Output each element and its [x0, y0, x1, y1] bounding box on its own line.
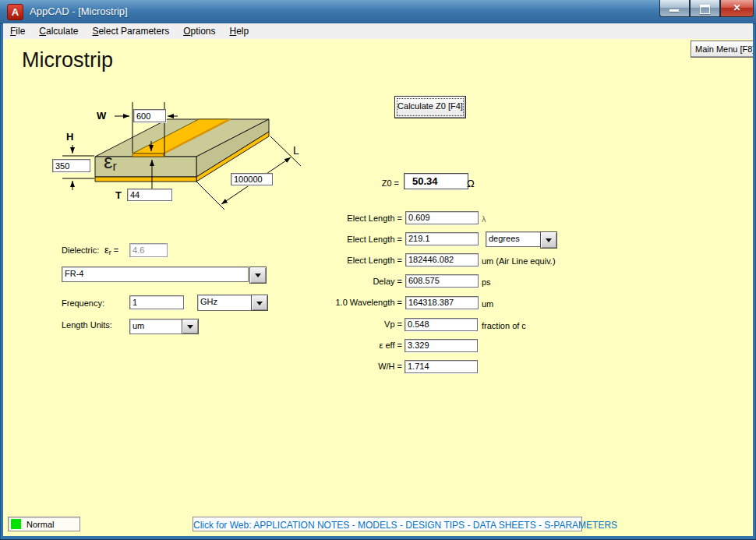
lambda-icon: λ: [482, 214, 486, 224]
dim-label-w: W: [97, 110, 106, 122]
title-bar: A AppCAD - [Microstrip] ✕: [0, 0, 756, 24]
z0-label: Z0 =: [281, 178, 399, 188]
wavelength-value: 164318.387: [405, 296, 479, 309]
app-icon: A: [7, 4, 23, 20]
frequency-unit-dropdown-button[interactable]: [251, 295, 268, 311]
dim-label-t: T: [115, 189, 122, 201]
web-links-text[interactable]: Click for Web: APPLICATION NOTES - MODEL…: [193, 520, 617, 531]
frequency-input[interactable]: [129, 295, 184, 309]
chevron-down-icon: [256, 302, 263, 305]
degrees-dropdown-button[interactable]: [540, 231, 557, 249]
client-area: Microstrip Main Menu [F8]: [3, 39, 753, 536]
w-over-h-value: 1.714: [404, 360, 478, 373]
close-button[interactable]: ✕: [720, 0, 754, 17]
airline-unit: um (Air Line equiv.): [482, 256, 556, 266]
vp-label: Vp =: [281, 319, 402, 329]
vp-value: 0.548: [404, 318, 478, 331]
length-units-label: Length Units:: [62, 320, 112, 330]
epsilon-r-equals: εr =: [104, 244, 118, 256]
app-window: A AppCAD - [Microstrip] ✕ File Calculate…: [0, 0, 756, 540]
w-over-h-label: W/H =: [281, 362, 402, 371]
maximize-button[interactable]: [690, 0, 720, 17]
chevron-down-icon: [546, 238, 552, 242]
height-input[interactable]: [52, 159, 90, 172]
menu-select-parameters[interactable]: Select Parameters: [85, 23, 176, 39]
eps-eff-value: 3.329: [404, 339, 478, 352]
elect-length-airline-value: 182446.082: [405, 253, 479, 266]
delay-value: 608.575: [405, 274, 479, 288]
degrees-dropdown[interactable]: degrees: [486, 231, 543, 247]
minimize-button[interactable]: [659, 0, 690, 17]
close-icon: ✕: [721, 2, 753, 13]
material-dropdown[interactable]: FR-4: [62, 266, 249, 282]
material-dropdown-button[interactable]: [249, 266, 267, 284]
z0-unit-omega: Ω: [467, 178, 475, 189]
status-text: Normal: [26, 520, 54, 529]
web-links-bar[interactable]: Click for Web: APPLICATION NOTES - MODEL…: [193, 517, 582, 531]
chevron-down-icon: [187, 325, 193, 329]
epsilon-r-symbol: εr: [104, 153, 117, 175]
width-input[interactable]: [133, 109, 166, 122]
dim-label-h: H: [66, 131, 73, 143]
er-value-field: 4.6: [129, 243, 168, 257]
frequency-unit-dropdown[interactable]: GHz: [197, 295, 253, 311]
menu-options[interactable]: Options: [176, 23, 222, 39]
menu-file[interactable]: File: [3, 23, 32, 39]
dim-label-l: L: [293, 144, 299, 157]
microstrip-diagram: [3, 39, 753, 536]
frequency-label: Frequency:: [62, 298, 104, 308]
vp-unit: fraction of c: [482, 321, 526, 330]
elect-length-degrees-label: Elect Length =: [281, 235, 402, 244]
maximize-icon: [700, 5, 710, 14]
window-title: AppCAD - [Microstrip]: [30, 5, 128, 17]
thickness-input[interactable]: [127, 189, 172, 201]
delay-label: Delay =: [281, 277, 402, 286]
page-title: Microstrip: [22, 48, 113, 72]
delay-unit: ps: [482, 277, 491, 287]
dielectric-label: Dielectric:: [62, 245, 99, 255]
length-units-dropdown-button[interactable]: [182, 319, 199, 334]
menu-help[interactable]: Help: [223, 23, 256, 39]
wavelength-unit: um: [482, 299, 493, 309]
status-indicator: Normal: [8, 517, 80, 531]
wavelength-label: 1.0 Wavelength =: [281, 298, 402, 307]
elect-length-degrees-value: 219.1: [405, 232, 479, 245]
elect-length-lambda-label: Elect Length =: [281, 214, 402, 223]
elect-length-airline-label: Elect Length =: [281, 256, 402, 265]
length-units-dropdown[interactable]: um: [129, 319, 183, 334]
elect-length-lambda-value: 0.609: [405, 211, 479, 224]
menu-calculate[interactable]: Calculate: [32, 23, 85, 39]
eps-eff-label: ε eff =: [281, 341, 402, 350]
status-green-icon: [11, 519, 21, 529]
z0-value: 50.34: [404, 173, 468, 189]
minimize-icon: [669, 9, 679, 12]
chevron-down-icon: [255, 274, 261, 277]
calculate-z0-button[interactable]: Calculate Z0 [F4]: [394, 96, 466, 118]
main-menu-button[interactable]: Main Menu [F8]: [691, 41, 753, 58]
length-input[interactable]: [231, 173, 273, 185]
menu-bar: File Calculate Select Parameters Options…: [3, 23, 753, 39]
